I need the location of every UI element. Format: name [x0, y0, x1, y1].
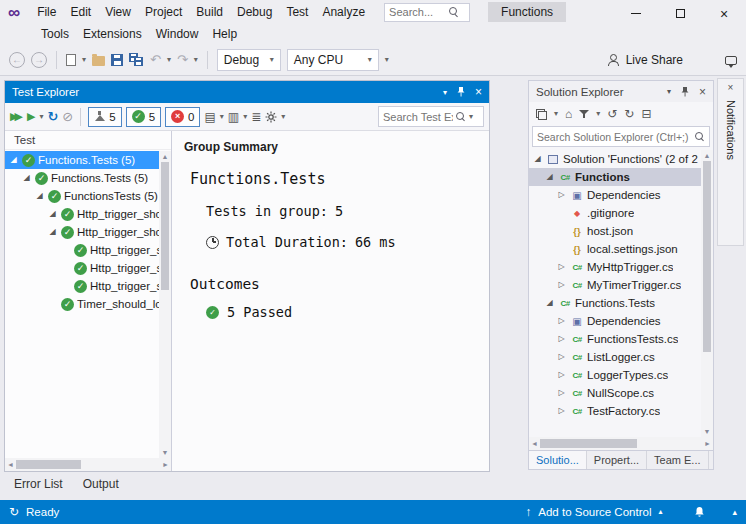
close-icon[interactable]: × — [475, 86, 482, 98]
scrollbar-thumb[interactable] — [540, 439, 637, 448]
scrollbar-track[interactable] — [159, 162, 171, 447]
tree-node[interactable]: ▷ C# FunctionsTests.cs — [529, 330, 701, 348]
background-tasks-icon[interactable]: ↻ — [9, 506, 19, 518]
tab-properties[interactable]: Propert... — [587, 451, 647, 469]
horizontal-scrollbar[interactable]: ◄ ► — [529, 437, 713, 450]
scroll-up-icon[interactable]: ▲ — [701, 150, 713, 161]
test-column-header[interactable]: Test — [5, 131, 171, 150]
scroll-left-icon[interactable]: ◄ — [5, 459, 16, 470]
menu-window[interactable]: Window — [149, 24, 206, 44]
filter-caret-icon[interactable]: ▾ — [596, 110, 600, 118]
solution-node[interactable]: ◢ Solution 'Functions' (2 of 2 projects) — [529, 150, 701, 168]
open-file-button[interactable] — [92, 56, 105, 66]
menu-debug[interactable]: Debug — [230, 2, 279, 22]
save-all-button[interactable] — [129, 53, 144, 67]
tree-node[interactable]: ▷ C# LoggerTypes.cs — [529, 366, 701, 384]
quick-launch-search[interactable] — [384, 3, 470, 22]
solution-search-box[interactable] — [532, 126, 710, 147]
tab-team-explorer[interactable]: Team E... — [647, 451, 708, 469]
total-tests-filter-button[interactable]: 5 — [88, 107, 121, 127]
menu-tools[interactable]: Tools — [34, 24, 76, 44]
source-control-caret-icon[interactable]: ▴ — [658, 508, 662, 516]
bell-icon[interactable] — [694, 506, 705, 518]
playlist-button[interactable]: ▥ — [228, 111, 239, 123]
tab-solution-explorer[interactable]: Solutio... — [529, 451, 587, 469]
tree-node[interactable]: ▷ C# MyHttpTrigger.cs — [529, 258, 701, 276]
menu-analyze[interactable]: Analyze — [315, 2, 372, 22]
solution-search-input[interactable] — [537, 131, 695, 143]
test-tree-item[interactable]: ◢ ✓ Http_trigger_shoul — [5, 223, 159, 241]
scrollbar-thumb[interactable] — [161, 162, 169, 290]
navigate-back-button[interactable]: ← — [9, 52, 25, 68]
switch-views-button[interactable] — [536, 109, 547, 120]
new-file-caret-icon[interactable]: ▾ — [82, 56, 86, 64]
project-node[interactable]: ◢ C# Functions — [529, 168, 701, 186]
tree-node[interactable]: ▷ C# MyTimerTrigger.cs — [529, 276, 701, 294]
notifications-tab[interactable]: × Notifications — [717, 78, 744, 246]
expander-icon[interactable]: ▷ — [556, 317, 567, 325]
home-button[interactable]: ⌂ — [565, 108, 572, 120]
toolbar-overflow-icon[interactable]: ▾ — [385, 56, 389, 64]
undo-caret-icon[interactable]: ▾ — [167, 56, 171, 64]
menu-file[interactable]: File — [30, 2, 63, 22]
hierarchy-button[interactable]: ≣ — [251, 111, 261, 123]
menu-build[interactable]: Build — [189, 2, 230, 22]
settings-caret-icon[interactable]: ▾ — [281, 113, 285, 121]
expander-icon[interactable]: ▷ — [556, 263, 567, 271]
close-icon[interactable]: × — [699, 86, 706, 98]
failed-tests-filter-button[interactable]: × 0 — [165, 107, 200, 127]
quick-launch-input[interactable] — [389, 6, 447, 18]
expander-icon[interactable]: ▷ — [556, 353, 567, 361]
tab-output[interactable]: Output — [75, 475, 127, 493]
test-tree-item[interactable]: ✓ Timer_should_log_ — [5, 295, 159, 313]
expander-icon[interactable]: ▷ — [556, 191, 567, 199]
test-tree-item[interactable]: ◢ ✓ Http_trigger_shoul — [5, 205, 159, 223]
repeat-last-run-button[interactable]: ↻ — [47, 110, 58, 123]
scroll-up-icon[interactable]: ▲ — [159, 151, 171, 162]
run-tests-button[interactable]: ▶ — [27, 111, 35, 122]
group-by-button[interactable]: ▤ — [204, 111, 215, 123]
solution-configuration-dropdown[interactable]: Debug ▾ — [217, 49, 281, 71]
minimize-button[interactable] — [614, 0, 658, 27]
run-dropdown-icon[interactable]: ▾ — [39, 113, 43, 121]
test-search-input[interactable] — [383, 111, 453, 123]
scrollbar-track[interactable] — [16, 458, 160, 471]
scroll-down-icon[interactable]: ▼ — [701, 426, 713, 437]
window-position-icon[interactable]: ▾ — [443, 88, 447, 97]
test-search-box[interactable]: ▾ — [378, 106, 484, 127]
feedback-icon[interactable] — [725, 56, 737, 65]
test-tree-item[interactable]: ◢ ✓ Functions.Tests (5) — [5, 151, 159, 169]
test-tree-item[interactable]: ✓ Http_trigger_sho — [5, 259, 159, 277]
tree-node[interactable]: {} host.json — [529, 222, 701, 240]
collapse-all-button[interactable]: ⊟ — [641, 108, 651, 120]
expander-icon[interactable]: ◢ — [34, 192, 45, 200]
horizontal-scrollbar[interactable]: ◄ ► — [5, 458, 171, 471]
undo-button[interactable]: ↶ — [150, 53, 161, 66]
expander-icon[interactable]: ◢ — [544, 173, 555, 181]
add-to-source-control-button[interactable]: Add to Source Control — [538, 506, 651, 518]
live-share-button[interactable]: Live Share — [626, 53, 683, 67]
test-tree-item[interactable]: ◢ ✓ FunctionsTests (5) — [5, 187, 159, 205]
maximize-button[interactable] — [658, 0, 702, 27]
menu-view[interactable]: View — [98, 2, 138, 22]
new-file-button[interactable] — [66, 54, 76, 66]
scrollbar-track[interactable] — [540, 437, 702, 450]
expander-icon[interactable]: ◢ — [8, 156, 19, 164]
expander-icon[interactable]: ▷ — [556, 335, 567, 343]
scrollbar-thumb[interactable] — [16, 460, 81, 469]
expander-icon[interactable]: ◢ — [21, 174, 32, 182]
close-button[interactable]: × — [702, 0, 746, 27]
tree-node[interactable]: ▷ C# TestFactory.cs — [529, 402, 701, 420]
pin-icon[interactable] — [680, 87, 690, 97]
tree-node[interactable]: {} local.settings.json — [529, 240, 701, 258]
expander-icon[interactable]: ◢ — [47, 228, 58, 236]
scroll-left-icon[interactable]: ◄ — [529, 438, 540, 449]
solution-platform-dropdown[interactable]: Any CPU ▾ — [287, 49, 379, 71]
test-tree-item[interactable]: ✓ Http_trigger_sho — [5, 277, 159, 295]
close-icon[interactable]: × — [728, 83, 734, 93]
expander-icon[interactable]: ▷ — [556, 281, 567, 289]
menu-test[interactable]: Test — [279, 2, 315, 22]
run-all-tests-button[interactable]: ▶ ▶ — [10, 111, 23, 122]
expander-icon[interactable]: ▷ — [556, 371, 567, 379]
expander-icon[interactable]: ◢ — [544, 299, 555, 307]
